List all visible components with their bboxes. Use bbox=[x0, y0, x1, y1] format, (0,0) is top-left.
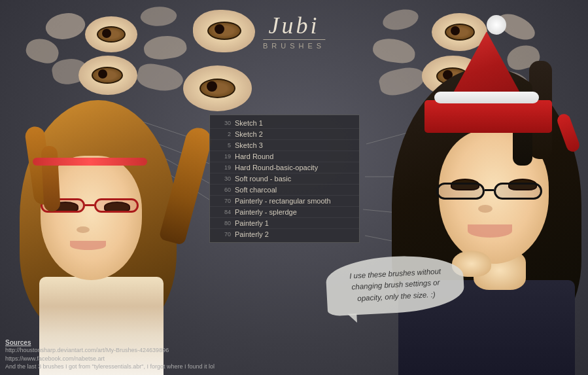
brush-name: Sketch 2 bbox=[235, 130, 263, 138]
brush-number: 19 bbox=[213, 153, 231, 160]
brush-row: 70Painterly - rectangular smooth bbox=[210, 196, 359, 207]
brush-row: 2Sketch 2 bbox=[210, 129, 359, 140]
brush-row: 19Hard Round bbox=[210, 151, 359, 162]
left-mouth bbox=[70, 241, 106, 250]
brush-stroke-6 bbox=[135, 61, 185, 95]
right-hat-pompom bbox=[487, 15, 506, 35]
title-brushes: BRUSHES bbox=[263, 39, 325, 50]
sources-section: Sources http://houstonsharp.deviantart.c… bbox=[5, 339, 215, 371]
character-right bbox=[366, 74, 588, 375]
brush-stroke-1 bbox=[43, 7, 88, 45]
eye-thumb-right-1 bbox=[432, 13, 487, 51]
speech-bubble-text: I use these brushes without changing bru… bbox=[337, 266, 454, 306]
brush-row: 60Soft charcoal bbox=[210, 185, 359, 196]
brush-stroke-5 bbox=[143, 33, 188, 62]
brush-name: Painterly 1 bbox=[235, 219, 269, 227]
title-area: Jubi BRUSHES bbox=[263, 12, 325, 50]
brush-name: Sketch 3 bbox=[235, 141, 263, 149]
brush-row: 84Painterly - splerdge bbox=[210, 207, 359, 218]
brush-number: 60 bbox=[213, 187, 231, 193]
brush-stroke-2 bbox=[24, 35, 61, 66]
right-mouth bbox=[468, 224, 512, 238]
eye-thumb-1 bbox=[85, 16, 137, 52]
brush-panel: 30Sketch 12Sketch 25Sketch 319Hard Round… bbox=[209, 115, 360, 243]
brush-name: Soft round - basic bbox=[235, 175, 291, 183]
brush-number: 70 bbox=[213, 231, 231, 238]
brush-row: 30Soft round - basic bbox=[210, 173, 359, 185]
sources-line-1: http://houstonsharp.deviantart.com/art/M… bbox=[5, 346, 215, 355]
brush-stroke-7 bbox=[382, 9, 419, 31]
brush-number: 5 bbox=[213, 142, 231, 149]
brush-row: 70Painterly 2 bbox=[210, 229, 359, 240]
character-left bbox=[0, 100, 209, 375]
sources-line-2: https://www.facebook.com/nabetse.art bbox=[5, 355, 215, 363]
right-glasses bbox=[436, 183, 547, 200]
brush-name: Painterly - rectangular smooth bbox=[235, 197, 331, 205]
sources-line-3: And the last 3 brushes I got from "tyler… bbox=[5, 363, 215, 371]
brush-number: 19 bbox=[213, 164, 231, 171]
title-jubi: Jubi bbox=[263, 12, 325, 39]
brush-row: 30Sketch 1 bbox=[210, 118, 359, 129]
brush-number: 30 bbox=[213, 120, 231, 126]
brush-number: 70 bbox=[213, 198, 231, 204]
brush-name: Hard Round-basic-opacity bbox=[235, 164, 318, 171]
brush-number: 84 bbox=[213, 209, 231, 215]
left-nose bbox=[77, 226, 90, 233]
brush-name: Sketch 1 bbox=[235, 119, 263, 127]
brush-number: 2 bbox=[213, 131, 231, 137]
eye-thumb-2 bbox=[78, 56, 137, 95]
eye-thumb-center-1 bbox=[193, 10, 255, 52]
brush-number: 30 bbox=[213, 175, 231, 182]
right-nose bbox=[478, 205, 493, 213]
right-hat-trim bbox=[434, 92, 539, 103]
sources-title: Sources bbox=[5, 339, 215, 346]
right-hat-brim bbox=[424, 100, 552, 133]
brush-row: 5Sketch 3 bbox=[210, 140, 359, 151]
brush-name: Painterly - splerdge bbox=[235, 208, 297, 216]
left-headband bbox=[33, 158, 147, 166]
brush-name: Hard Round bbox=[235, 152, 273, 160]
brush-stroke-8 bbox=[372, 37, 417, 65]
right-char-container bbox=[366, 74, 588, 375]
brush-row: 80Painterly 1 bbox=[210, 218, 359, 229]
brush-number: 80 bbox=[213, 220, 231, 226]
brush-row: 19Hard Round-basic-opacity bbox=[210, 162, 359, 173]
left-hair-front-2 bbox=[41, 145, 60, 211]
brush-name: Soft charcoal bbox=[235, 186, 277, 194]
left-char-container bbox=[7, 100, 203, 375]
brush-name: Painterly 2 bbox=[235, 230, 269, 238]
brush-stroke-4 bbox=[140, 5, 177, 28]
